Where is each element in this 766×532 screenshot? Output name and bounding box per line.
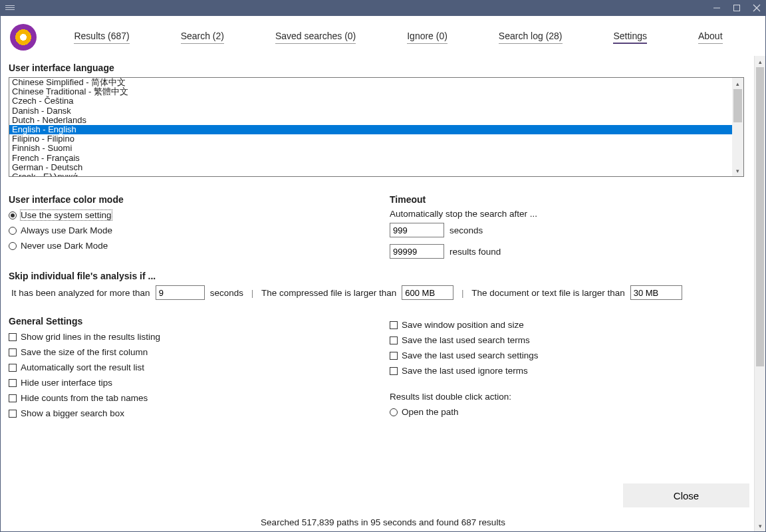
tab-results[interactable]: Results (687): [74, 31, 129, 44]
language-option[interactable]: English - English: [9, 125, 743, 134]
checkbox-icon: [9, 394, 17, 402]
tab-about[interactable]: About: [698, 31, 723, 44]
dblclick-header: Results list double click action:: [390, 392, 744, 402]
general-option[interactable]: Save the last used ignore terms: [390, 366, 744, 376]
scroll-up-icon[interactable]: ▴: [732, 78, 743, 89]
skip-analyzed-input[interactable]: [156, 285, 205, 300]
scroll-down-icon[interactable]: ▾: [732, 165, 743, 176]
color-mode-header: User interface color mode: [9, 194, 363, 205]
close-button[interactable]: Close: [623, 483, 749, 507]
scroll-thumb[interactable]: [733, 89, 742, 122]
general-option[interactable]: Hide counts from the tab names: [9, 393, 363, 403]
language-option[interactable]: Filipino - Filipino: [9, 134, 743, 144]
radio-icon: [9, 242, 17, 250]
radio-label: Always use Dark Mode: [21, 225, 112, 235]
color-mode-system[interactable]: Use the system setting: [9, 210, 363, 220]
general-option[interactable]: Save the size of the first column: [9, 347, 363, 357]
radio-label: Open the path: [402, 407, 459, 417]
tab-settings[interactable]: Settings: [613, 31, 647, 44]
language-section-header: User interface language: [9, 63, 744, 73]
scroll-thumb[interactable]: [756, 67, 764, 366]
language-option[interactable]: French - Français: [9, 154, 743, 163]
checkbox-label: Save the size of the first column: [21, 347, 148, 357]
timeout-seconds-label: seconds: [449, 225, 744, 235]
minimize-icon[interactable]: [713, 4, 721, 12]
language-option[interactable]: German - Deutsch: [9, 163, 743, 172]
timeout-seconds-input[interactable]: [390, 223, 444, 237]
app-logo-icon: [10, 24, 37, 51]
skip-analyzed-label: It has been analyzed for more than: [11, 288, 150, 298]
checkbox-icon: [9, 410, 17, 418]
checkbox-label: Save the last used search terms: [402, 335, 530, 345]
skip-compressed-input[interactable]: [402, 285, 453, 300]
language-option[interactable]: Chinese Traditional - 繁體中文: [9, 87, 743, 96]
general-option[interactable]: Save the last used search settings: [390, 350, 744, 360]
general-settings-header: General Settings: [9, 316, 363, 327]
general-option[interactable]: Show grid lines in the results listing: [9, 332, 363, 342]
language-option[interactable]: Danish - Dansk: [9, 106, 743, 116]
dblclick-open-path[interactable]: Open the path: [390, 407, 744, 417]
svg-rect-1: [734, 5, 740, 11]
checkbox-label: Save the last used search settings: [402, 350, 539, 360]
checkbox-label: Hide counts from the tab names: [21, 393, 148, 403]
checkbox-icon: [390, 321, 398, 329]
close-icon[interactable]: [753, 4, 761, 12]
checkbox-icon: [9, 379, 17, 387]
radio-icon: [9, 211, 17, 219]
timeout-header: Timeout: [390, 194, 744, 205]
radio-label: Use the system setting: [21, 210, 112, 220]
checkbox-icon: [9, 364, 17, 372]
timeout-results-label: results found: [449, 247, 744, 257]
general-option[interactable]: Show a bigger search box: [9, 408, 363, 418]
language-option[interactable]: Greek - Ελληνικά: [9, 172, 743, 177]
timeout-results-input[interactable]: [390, 244, 444, 259]
checkbox-label: Automatically sort the result list: [21, 362, 144, 372]
language-listbox[interactable]: Chinese Simplified - 简体中文Chinese Traditi…: [9, 77, 744, 177]
page-scrollbar[interactable]: ▴ ▾: [754, 56, 765, 531]
language-option[interactable]: Dutch - Nederlands: [9, 116, 743, 125]
checkbox-label: Show grid lines in the results listing: [21, 332, 160, 342]
general-option[interactable]: Hide user interface tips: [9, 378, 363, 388]
skip-document-label: The document or text file is larger than: [471, 288, 624, 298]
titlebar: [0, 0, 766, 15]
tab-strip: Results (687) Search (2) Saved searches …: [1, 16, 765, 56]
skip-compressed-label: The compressed file is larger than: [261, 288, 396, 298]
tab-saved-searches[interactable]: Saved searches (0): [275, 31, 356, 44]
radio-icon: [390, 408, 398, 416]
tab-search[interactable]: Search (2): [181, 31, 224, 44]
separator: |: [459, 288, 466, 298]
general-option[interactable]: Automatically sort the result list: [9, 362, 363, 372]
skip-analyzed-suffix: seconds: [210, 288, 243, 298]
scroll-up-icon[interactable]: ▴: [755, 56, 765, 67]
checkbox-label: Show a bigger search box: [21, 408, 124, 418]
checkbox-icon: [9, 333, 17, 341]
checkbox-label: Hide user interface tips: [21, 378, 112, 388]
tab-ignore[interactable]: Ignore (0): [407, 31, 447, 44]
maximize-icon[interactable]: [733, 4, 741, 12]
language-option[interactable]: Chinese Simplified - 简体中文: [9, 78, 743, 87]
language-option[interactable]: Finnish - Suomi: [9, 144, 743, 153]
tab-search-log[interactable]: Search log (28): [499, 31, 563, 44]
timeout-description: Automatically stop the search after ...: [390, 209, 744, 219]
color-mode-dark[interactable]: Always use Dark Mode: [9, 225, 363, 235]
checkbox-icon: [390, 367, 398, 375]
skip-document-input[interactable]: [630, 285, 682, 300]
checkbox-icon: [390, 352, 398, 360]
general-option[interactable]: Save the last used search terms: [390, 335, 744, 345]
language-option[interactable]: Czech - Čeština: [9, 96, 743, 106]
separator: |: [249, 288, 256, 298]
checkbox-label: Save window position and size: [402, 320, 524, 330]
radio-icon: [9, 227, 17, 235]
general-option[interactable]: Save window position and size: [390, 320, 744, 330]
status-bar: Searched 517,839 paths in 95 seconds and…: [1, 517, 765, 527]
checkbox-icon: [9, 348, 17, 356]
checkbox-icon: [390, 336, 398, 344]
checkbox-label: Save the last used ignore terms: [402, 366, 528, 376]
radio-label: Never use Dark Mode: [21, 241, 108, 251]
hamburger-menu-icon[interactable]: [5, 5, 15, 10]
language-scrollbar[interactable]: ▴ ▾: [732, 78, 743, 176]
skip-header: Skip individual file's analysis if ...: [9, 271, 744, 281]
color-mode-light[interactable]: Never use Dark Mode: [9, 241, 363, 251]
